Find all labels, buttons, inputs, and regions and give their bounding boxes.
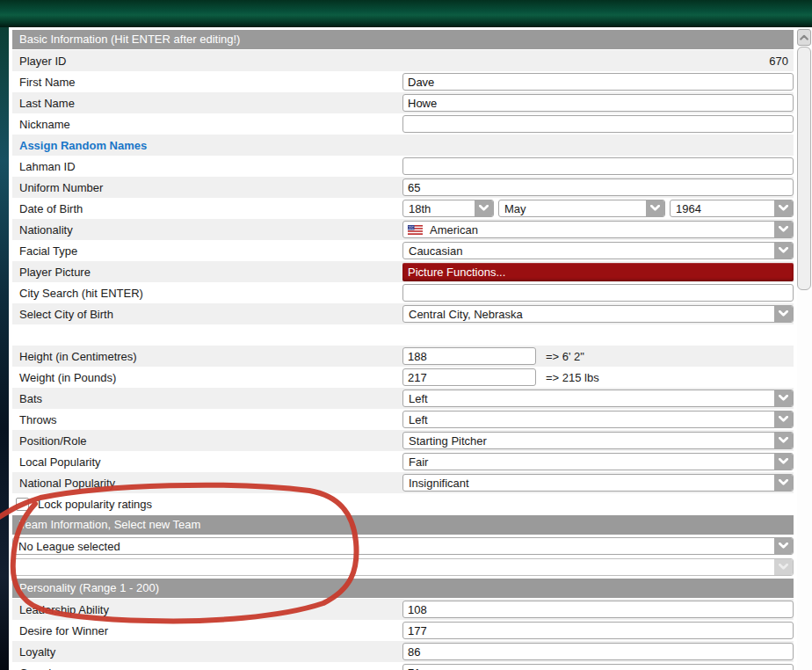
chevron-down-icon[interactable] bbox=[774, 411, 793, 427]
birth-month-value: May bbox=[499, 202, 664, 215]
nationality-select[interactable]: American bbox=[402, 221, 794, 238]
throws-value: Left bbox=[403, 413, 793, 426]
birth-day-select[interactable]: 18th bbox=[402, 200, 494, 217]
bats-label: Bats bbox=[12, 392, 402, 405]
weight-input[interactable] bbox=[402, 368, 536, 386]
nickname-label: Nickname bbox=[12, 118, 402, 131]
first-name-label: First Name bbox=[12, 76, 402, 89]
player-id-label: Player ID bbox=[12, 55, 402, 68]
local-popularity-select[interactable]: Fair bbox=[402, 453, 794, 470]
nationality-value: American bbox=[424, 223, 793, 237]
desire-for-winner-input[interactable] bbox=[402, 622, 794, 639]
chevron-down-icon[interactable] bbox=[774, 454, 793, 470]
vertical-scrollbar[interactable] bbox=[797, 27, 812, 670]
desire-for-winner-label: Desire for Winner bbox=[12, 624, 402, 637]
throws-select[interactable]: Left bbox=[402, 411, 794, 428]
last-name-input[interactable] bbox=[402, 94, 794, 112]
field-row-lahman-id: Lahman ID bbox=[12, 156, 794, 177]
lahman-id-label: Lahman ID bbox=[12, 160, 402, 173]
lock-popularity-checkbox[interactable] bbox=[16, 498, 29, 511]
chevron-down-icon[interactable] bbox=[774, 433, 793, 448]
city-of-birth-value: Central City, Nebraska bbox=[403, 308, 793, 321]
field-row-desire-for-winner: Desire for Winner bbox=[12, 620, 794, 641]
us-flag-icon bbox=[408, 225, 423, 235]
team-select[interactable] bbox=[12, 558, 794, 576]
facial-type-value: Caucasian bbox=[403, 244, 793, 258]
picture-functions-button[interactable]: Picture Functions... bbox=[402, 263, 794, 281]
first-name-input[interactable] bbox=[402, 73, 794, 91]
birth-year-select[interactable]: 1964 bbox=[670, 200, 794, 217]
chevron-down-icon[interactable] bbox=[774, 306, 793, 322]
field-row-weight: Weight (in Pounds) => 215 lbs bbox=[12, 367, 794, 388]
field-row-bats: Bats Left bbox=[12, 388, 794, 409]
height-input[interactable] bbox=[402, 347, 536, 365]
position-select[interactable]: Starting Pitcher bbox=[402, 432, 794, 449]
local-popularity-value: Fair bbox=[403, 455, 793, 469]
chevron-down-icon[interactable] bbox=[475, 200, 493, 216]
local-popularity-label: Local Popularity bbox=[12, 455, 402, 469]
position-label: Position/Role bbox=[12, 434, 402, 448]
chevron-down-icon[interactable] bbox=[646, 200, 664, 216]
spacer-row bbox=[12, 324, 794, 346]
facial-type-label: Facial Type bbox=[12, 244, 402, 258]
field-row-uniform-number: Uniform Number bbox=[12, 177, 794, 198]
field-row-local-popularity: Local Popularity Fair bbox=[12, 451, 794, 472]
section-header-basic-information: Basic Information (Hit ENTER after editi… bbox=[12, 30, 794, 49]
leadership-label: Leadership Ability bbox=[12, 603, 402, 616]
chevron-down-icon[interactable] bbox=[774, 390, 793, 406]
field-row-throws: Throws Left bbox=[12, 409, 794, 430]
field-row-last-name: Last Name bbox=[12, 92, 794, 113]
field-row-position: Position/Role Starting Pitcher bbox=[12, 430, 794, 451]
league-select-value: No League selected bbox=[13, 540, 793, 553]
field-row-nickname: Nickname bbox=[12, 113, 794, 135]
player-picture-label: Player Picture bbox=[12, 266, 402, 279]
lahman-id-input[interactable] bbox=[402, 157, 794, 175]
field-row-player-picture: Player Picture Picture Functions... bbox=[12, 261, 794, 282]
assign-random-names-link[interactable]: Assign Random Names bbox=[12, 139, 402, 152]
uniform-number-input[interactable] bbox=[402, 178, 794, 196]
field-row-loyalty: Loyalty bbox=[12, 641, 794, 662]
birth-month-select[interactable]: May bbox=[498, 200, 665, 217]
row-assign-random-names: Assign Random Names bbox=[12, 135, 794, 156]
field-row-facial-type: Facial Type Caucasian bbox=[12, 240, 794, 261]
section-header-team-information: Team Information, Select new Team bbox=[12, 515, 794, 535]
nationality-label: Nationality bbox=[12, 223, 402, 237]
chevron-down-icon[interactable] bbox=[774, 243, 793, 259]
field-row-national-popularity: National Popularity Insignificant bbox=[12, 472, 794, 493]
field-row-player-id: Player ID 670 bbox=[12, 50, 794, 71]
uniform-number-label: Uniform Number bbox=[12, 181, 402, 194]
national-popularity-select[interactable]: Insignificant bbox=[402, 474, 794, 492]
chevron-down-icon[interactable] bbox=[774, 475, 793, 491]
chevron-up-icon bbox=[800, 34, 808, 40]
chevron-down-icon[interactable] bbox=[774, 200, 793, 216]
greed-input[interactable] bbox=[402, 664, 794, 670]
field-row-leadership: Leadership Ability bbox=[12, 599, 794, 620]
city-search-input[interactable] bbox=[402, 284, 794, 302]
city-of-birth-select[interactable]: Central City, Nebraska bbox=[402, 305, 794, 323]
chevron-down-icon[interactable] bbox=[774, 222, 793, 237]
loyalty-input[interactable] bbox=[402, 643, 794, 660]
screen: Basic Information (Hit ENTER after editi… bbox=[0, 0, 812, 670]
scrollbar-thumb[interactable] bbox=[797, 47, 811, 290]
bats-select[interactable]: Left bbox=[402, 390, 794, 407]
chevron-down-icon bbox=[774, 559, 793, 575]
scrollbar-up-button[interactable] bbox=[797, 29, 811, 46]
field-row-date-of-birth: Date of Birth 18th May 1964 bbox=[12, 198, 794, 219]
facial-type-select[interactable]: Caucasian bbox=[402, 242, 794, 259]
height-label: Height (in Centimetres) bbox=[12, 350, 402, 363]
chevron-down-icon[interactable] bbox=[774, 538, 793, 554]
position-value: Starting Pitcher bbox=[403, 434, 793, 448]
nickname-input[interactable] bbox=[402, 115, 794, 133]
national-popularity-value: Insignificant bbox=[403, 477, 793, 490]
field-row-first-name: First Name bbox=[12, 71, 794, 92]
row-lock-popularity: Lock popularity ratings bbox=[12, 493, 794, 514]
league-select[interactable]: No League selected bbox=[12, 537, 794, 555]
national-popularity-label: National Popularity bbox=[12, 477, 402, 490]
weight-converted-value: => 215 lbs bbox=[546, 371, 599, 384]
date-of-birth-label: Date of Birth bbox=[12, 202, 402, 215]
last-name-label: Last Name bbox=[12, 97, 402, 110]
bats-value: Left bbox=[403, 392, 793, 405]
leadership-input[interactable] bbox=[402, 601, 794, 618]
row-team-select bbox=[12, 557, 794, 578]
height-converted-value: => 6' 2" bbox=[546, 350, 584, 363]
